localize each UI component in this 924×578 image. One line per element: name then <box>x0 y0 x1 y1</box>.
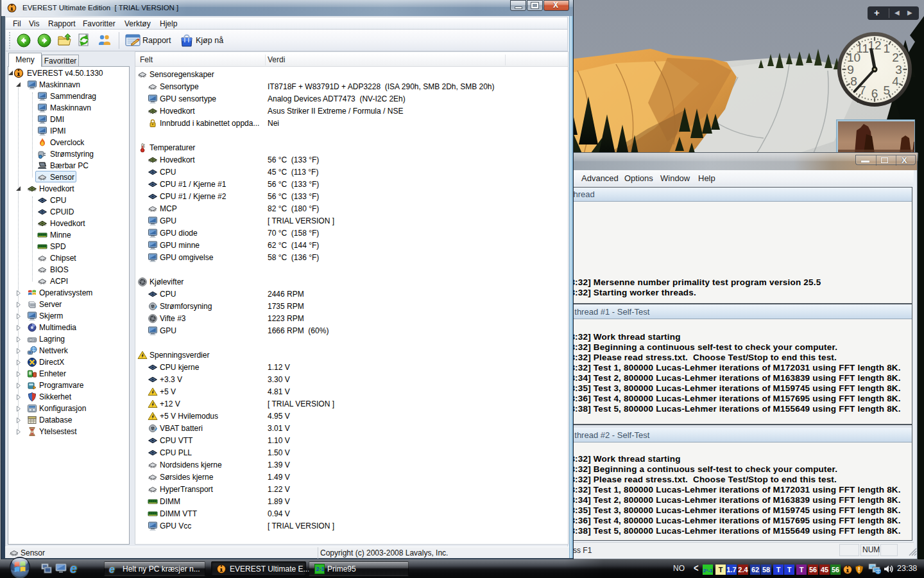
svg-text:4: 4 <box>892 74 899 88</box>
svg-text:8: 8 <box>850 74 857 88</box>
svg-text:1: 1 <box>884 42 891 55</box>
svg-text:5: 5 <box>884 83 891 97</box>
svg-text:!: ! <box>858 566 860 574</box>
svg-text:11: 11 <box>856 42 869 55</box>
svg-text:6: 6 <box>871 87 878 100</box>
svg-text:9: 9 <box>847 63 854 76</box>
